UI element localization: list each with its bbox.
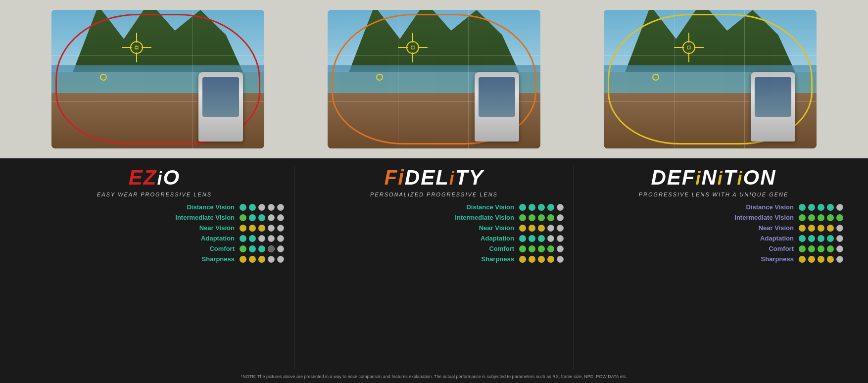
dot: [249, 256, 256, 263]
dot: [547, 225, 554, 232]
metric-dots-sharpness-ezio: [240, 256, 284, 263]
dot: [538, 204, 545, 211]
metrics-definition: Distance Vision Intermediate Vision: [584, 203, 843, 263]
metric-label-adaptation-definition: Adaptation: [724, 235, 794, 242]
svg-point-24: [653, 74, 659, 80]
metric-dots-intermediate-definition: [799, 214, 843, 221]
svg-point-16: [377, 74, 383, 80]
dot: [277, 204, 284, 211]
dot: [268, 235, 275, 242]
dot: [538, 235, 545, 242]
metric-label-comfort-fidelity: Comfort: [445, 245, 514, 252]
dot: [268, 256, 275, 263]
dot: [529, 256, 535, 263]
metric-row-adaptation-ezio: Adaptation: [25, 235, 284, 242]
brand-title-fidelity: FiDELiTY: [384, 166, 483, 190]
metric-row-comfort-ezio: Comfort: [25, 245, 284, 252]
dot: [519, 204, 526, 211]
dot: [277, 245, 284, 252]
dot: [799, 214, 806, 221]
dot: [818, 235, 824, 242]
svg-rect-23: [687, 46, 690, 49]
metric-label-near-definition: Near Vision: [724, 224, 794, 232]
dot: [808, 256, 815, 263]
svg-rect-15: [411, 46, 414, 49]
bottom-section: EZiO EASY WEAR PROGRESSIVE LENS Distance…: [0, 158, 868, 383]
metric-label-sharpness-ezio: Sharpness: [165, 255, 235, 263]
dot: [818, 225, 824, 232]
metric-dots-sharpness-fidelity: [519, 256, 564, 263]
dot: [240, 225, 246, 232]
dot: [249, 225, 256, 232]
metric-dots-near-definition: [799, 225, 843, 232]
dot: [249, 245, 256, 252]
dot: [249, 214, 256, 221]
dot: [529, 204, 535, 211]
metric-row-distance-definition: Distance Vision: [584, 203, 843, 211]
metric-row-adaptation-definition: Adaptation: [584, 235, 843, 242]
dot: [519, 256, 526, 263]
dot: [799, 225, 806, 232]
dot: [557, 204, 564, 211]
product-col-ezio: EZiO EASY WEAR PROGRESSIVE LENS Distance…: [15, 166, 294, 370]
dot: [240, 235, 246, 242]
metrics-ezio: Distance Vision Intermediate Vision: [25, 203, 284, 263]
metric-dots-near-ezio: [240, 225, 284, 232]
dot-indicator-3: [375, 72, 385, 82]
dot: [557, 225, 564, 232]
metric-dots-adaptation-fidelity: [519, 235, 564, 242]
dot: [827, 225, 834, 232]
brand-title-ezio: EZiO: [129, 166, 180, 190]
dot: [547, 245, 554, 252]
dot: [277, 256, 284, 263]
metric-row-distance-ezio: Distance Vision: [25, 203, 284, 211]
dot: [529, 235, 535, 242]
dot: [836, 256, 843, 263]
metric-row-near-ezio: Near Vision: [25, 224, 284, 232]
metric-dots-near-fidelity: [519, 225, 564, 232]
metric-row-near-definition: Near Vision: [584, 224, 843, 232]
metric-label-comfort-ezio: Comfort: [165, 245, 235, 252]
metrics-fidelity: Distance Vision Intermediate Vision: [304, 203, 564, 263]
dot: [827, 204, 834, 211]
dot: [836, 214, 843, 221]
product-subtitle-ezio: EASY WEAR PROGRESSIVE LENS: [97, 192, 212, 197]
dot: [249, 204, 256, 211]
products-row: EZiO EASY WEAR PROGRESSIVE LENS Distance…: [0, 158, 868, 372]
metric-dots-distance-fidelity: [519, 204, 564, 211]
metric-label-sharpness-definition: Sharpness: [724, 255, 794, 263]
metric-label-intermediate-fidelity: Intermediate Vision: [445, 214, 514, 221]
dot: [827, 235, 834, 242]
dot: [519, 245, 526, 252]
metric-label-near-fidelity: Near Vision: [445, 224, 514, 232]
dot: [519, 225, 526, 232]
dot: [529, 245, 535, 252]
dot: [818, 256, 824, 263]
metric-dots-comfort-definition: [799, 245, 843, 252]
metric-label-intermediate-ezio: Intermediate Vision: [165, 214, 235, 221]
dot: [547, 214, 554, 221]
dot: [268, 204, 275, 211]
top-section: [0, 0, 868, 158]
dot: [258, 256, 265, 263]
dot: [538, 256, 545, 263]
dot: [808, 214, 815, 221]
footnote: *NOTE: The pictures above are presented …: [0, 372, 868, 383]
metric-row-sharpness-definition: Sharpness: [584, 255, 843, 263]
dot: [277, 214, 284, 221]
dot: [258, 204, 265, 211]
metric-label-adaptation-fidelity: Adaptation: [445, 235, 514, 242]
dot: [258, 225, 265, 232]
product-col-fidelity: FiDELiTY PERSONALIZED PROGRESSIVE LENS D…: [294, 166, 574, 370]
crosshair-2: [398, 33, 428, 62]
metric-label-comfort-definition: Comfort: [724, 245, 794, 252]
metric-dots-intermediate-fidelity: [519, 214, 564, 221]
dot: [799, 204, 806, 211]
dot: [277, 235, 284, 242]
dot: [258, 235, 265, 242]
metric-dots-sharpness-definition: [799, 256, 843, 263]
dot: [240, 245, 246, 252]
dot: [240, 256, 246, 263]
metric-row-near-fidelity: Near Vision: [304, 224, 564, 232]
dot: [818, 204, 824, 211]
